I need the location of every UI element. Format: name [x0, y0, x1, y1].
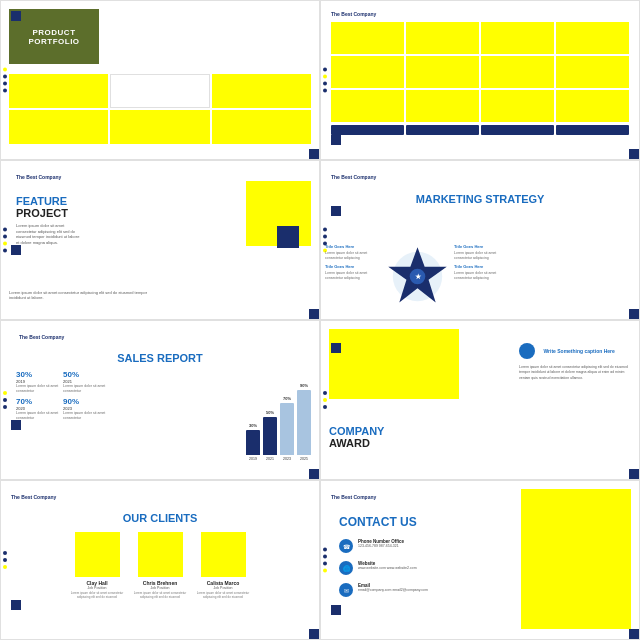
dot	[3, 391, 7, 395]
feature-body: Lorem ipsum dolor sit amet consectetur a…	[16, 223, 81, 245]
dot	[3, 68, 7, 72]
bar	[280, 403, 294, 455]
contact-info: Website www.website.com www.website2.com	[358, 561, 417, 571]
bar-label: 2019	[249, 457, 257, 461]
dot	[323, 235, 327, 239]
dot	[323, 562, 327, 566]
slide-dots	[323, 391, 327, 409]
client-role: Job Position	[87, 586, 106, 590]
dot	[3, 89, 7, 93]
dot	[323, 391, 327, 395]
dot	[323, 569, 327, 573]
client-desc: Lorem ipsum dolor sit amet consectetur a…	[70, 592, 125, 600]
dot	[323, 89, 327, 93]
bar-pct: 50%	[266, 410, 274, 415]
contact-info: Phone Number Office 123-456-789 987-654-…	[358, 539, 404, 549]
bar-group-2: 70% 2023	[280, 396, 294, 461]
dot	[3, 398, 7, 402]
client-avatar	[75, 532, 120, 577]
client-desc: Lorem ipsum dolor sit amet consectetur a…	[133, 592, 188, 600]
bar-group-3: 90% 2025	[297, 383, 311, 461]
award-caption: Write Something caption Here	[543, 348, 614, 354]
stat-block-2: 70% 2020 Lorem ipsum dolor sit amet cons…	[16, 397, 59, 420]
slide-product-portfolio: PRODUCT PORTFOLIO	[0, 0, 320, 160]
client-desc: Lorem ipsum dolor sit amet consectetur a…	[196, 592, 251, 600]
grid-cell	[110, 74, 209, 108]
dot	[3, 558, 7, 562]
dot	[3, 565, 7, 569]
dot	[323, 68, 327, 72]
slide-marketing-strategy: The Best Company MARKETING STRATEGY Titl…	[320, 160, 640, 320]
img-cell	[481, 56, 554, 88]
img-cell	[331, 22, 404, 54]
client-item-0: Clay Hall Job Position Lorem ipsum dolor…	[70, 532, 125, 600]
grid-cell	[9, 74, 108, 108]
cu-yellow-block	[521, 489, 631, 629]
stats-grid: 30% 2019 Lorem ipsum dolor sit amet cons…	[16, 370, 106, 420]
ms-label-item-3: Title Goes Here Lorem ipsum dolor sit am…	[454, 264, 509, 280]
slide-sales-report: The Best Company SALES REPORT 30% 2019 L…	[0, 320, 320, 480]
contact-value: email@company.com email2@company.com	[358, 588, 428, 593]
dot	[3, 405, 7, 409]
website-icon: 🌐	[339, 561, 353, 575]
slide-dots	[3, 68, 7, 93]
bar-pct: 90%	[300, 383, 308, 388]
award-title-blue: COMPANY	[329, 425, 384, 437]
label-cell	[406, 125, 479, 135]
award-body: Lorem ipsum dolor sit amet consectetur a…	[519, 365, 629, 381]
dot	[323, 228, 327, 232]
grid-cell	[212, 74, 311, 108]
img-cell	[556, 90, 629, 122]
sr-title: SALES REPORT	[11, 352, 309, 364]
dot	[323, 398, 327, 402]
dot	[323, 75, 327, 79]
dot	[323, 82, 327, 86]
slide-dots	[3, 391, 7, 409]
company-label: The Best Company	[19, 334, 309, 340]
image-grid	[331, 22, 629, 122]
product-yellow-grid	[9, 74, 311, 144]
dot	[323, 548, 327, 552]
bar-chart: 30% 2019 50% 2021 70% 2023 90% 2025	[246, 391, 311, 461]
award-title-black: AWARD	[329, 437, 384, 449]
img-cell	[406, 22, 479, 54]
ms-title: MARKETING STRATEGY	[331, 192, 629, 206]
ms-content: Title Goes Here Lorem ipsum dolor sit am…	[325, 244, 635, 309]
grid-cell	[212, 110, 311, 144]
stat-block-3: 90% 2023 Lorem ipsum dolor sit amet cons…	[63, 397, 106, 420]
bar-group-0: 30% 2019	[246, 423, 260, 461]
bar-pct: 70%	[283, 396, 291, 401]
label-cell	[331, 125, 404, 135]
grid-cell	[9, 110, 108, 144]
stat-block-1: 50% 2021 Lorem ipsum dolor sit amet cons…	[63, 370, 106, 393]
bar-group-1: 50% 2021	[263, 410, 277, 461]
client-role: Job Position	[213, 586, 232, 590]
bar-label: 2021	[266, 457, 274, 461]
ms-left: Title Goes Here Lorem ipsum dolor sit am…	[325, 244, 380, 309]
contact-value: 123-456-789 987-654-321	[358, 544, 404, 549]
bar	[263, 417, 277, 455]
star-icon: ★	[385, 244, 450, 309]
client-role: Job Position	[150, 586, 169, 590]
bar-label: 2023	[283, 457, 291, 461]
oc-title: OUR CLIENTS	[11, 512, 309, 524]
dot	[3, 249, 7, 253]
dot	[3, 235, 7, 239]
dot	[3, 228, 7, 232]
slide-feature-project: The Best Company FEATURE PROJECT Lorem i…	[0, 160, 320, 320]
dot	[323, 405, 327, 409]
dot	[323, 555, 327, 559]
client-avatar	[138, 532, 183, 577]
client-item-1: Chris Brehnen Job Position Lorem ipsum d…	[133, 532, 188, 600]
slide-dots	[3, 228, 7, 253]
img-cell	[331, 90, 404, 122]
contact-value: www.website.com www.website2.com	[358, 566, 417, 571]
img-cell	[406, 90, 479, 122]
company-label: The Best Company	[331, 174, 629, 180]
label-cell	[481, 125, 554, 135]
portfolio-header: PRODUCT PORTFOLIO	[9, 9, 99, 64]
slide-dots	[323, 68, 327, 93]
clients-row: Clay Hall Job Position Lorem ipsum dolor…	[11, 532, 309, 600]
ms-star: ★	[382, 244, 452, 309]
award-icon	[519, 343, 535, 359]
